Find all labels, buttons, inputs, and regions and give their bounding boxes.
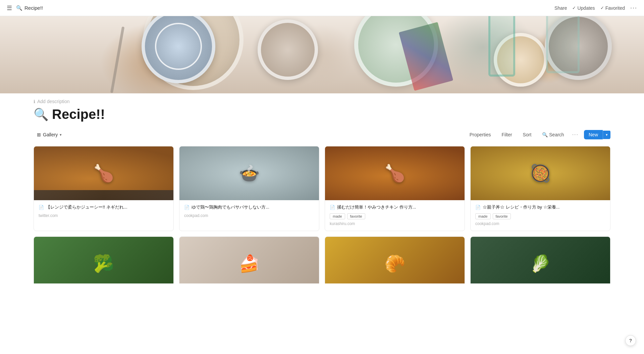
food-emoji-4: 🥘 — [530, 164, 551, 183]
share-label: Share — [554, 5, 567, 11]
search-label: Search — [549, 132, 564, 137]
gallery-card[interactable]: 🍗 📄 【レンジで柔らかジューシー!! ネギだれ... twitter.com — [34, 146, 174, 231]
favorited-check-icon: ✓ — [600, 5, 604, 10]
gallery-card[interactable]: 🍗 📄 揉むだけ簡単！やみつきチキン 作り方... made favorite … — [325, 146, 465, 231]
card-tags-4: made favorite — [475, 213, 605, 219]
hero-banner — [0, 16, 644, 93]
hero-banner-inner — [0, 16, 644, 93]
description-area[interactable]: ℹ Add description — [0, 93, 644, 104]
page-title-area: 🔍 Recipe!! — [0, 104, 644, 130]
card-title-2: 📄 ゆで鶏〜鶏胸肉でもバサバサしない方... — [184, 204, 314, 211]
card-title-1: 📄 【レンジで柔らかジューシー!! ネギだれ... — [39, 204, 169, 211]
add-description-label: Add description — [37, 99, 70, 104]
updates-check-icon: ✓ — [572, 5, 576, 10]
nav-title-area: 🔍 Recipe!! — [16, 5, 43, 11]
page-title: Recipe!! — [52, 107, 105, 122]
nav-title: Recipe!! — [24, 5, 43, 11]
card-title-text-2: ゆで鶏〜鶏胸肉でもバサバサしない方... — [192, 204, 269, 210]
card-title-text-3: 揉むだけ簡単！やみつきチキン 作り方... — [337, 204, 416, 210]
partial-gallery-card[interactable]: 🍰 — [179, 236, 319, 283]
gallery-card[interactable]: 🍲 📄 ゆで鶏〜鶏胸肉でもバサバサしない方... cookpad.com — [179, 146, 319, 231]
card-title-3: 📄 揉むだけ簡単！やみつきチキン 作り方... — [330, 204, 460, 211]
doc-icon-4: 📄 — [475, 205, 481, 211]
page-emoji: 🔍 — [34, 107, 49, 122]
doc-icon-1: 📄 — [39, 205, 44, 211]
filter-button[interactable]: Filter — [499, 131, 515, 139]
toolbar-right: Properties Filter Sort 🔍 Search ··· New … — [467, 130, 610, 139]
card-body-2: 📄 ゆで鶏〜鶏胸肉でもバサバサしない方... cookpad.com — [179, 200, 319, 223]
food-emoji-1: 🍗 — [93, 164, 114, 183]
favorited-label: Favorited — [605, 5, 625, 11]
menu-icon[interactable]: ☰ — [7, 4, 12, 12]
new-button-dropdown[interactable]: ▾ — [603, 131, 610, 139]
doc-icon-3: 📄 — [330, 205, 335, 211]
glass-decoration-1 — [488, 16, 515, 77]
partial-card-image-1: 🥦 — [34, 237, 173, 283]
gallery-label: Gallery — [43, 132, 58, 137]
gallery-card[interactable]: 🥘 📄 ☆親子丼☆ レシピ・作り方 by ☆栄養... made favorit… — [470, 146, 610, 231]
gallery-grid-partial: 🥦 🍰 🥐 🥬 — [0, 236, 644, 283]
toolbar-left: ⊞ Gallery ▾ — [34, 131, 65, 139]
card-tags-3: made favorite — [330, 213, 460, 219]
gallery-view-button[interactable]: ⊞ Gallery ▾ — [34, 131, 65, 139]
partial-gallery-card[interactable]: 🥐 — [325, 236, 465, 283]
tag-made-4: made — [475, 213, 491, 219]
nav-right: Share ✓ Updates ✓ Favorited ··· — [554, 4, 637, 11]
doc-icon-2: 📄 — [184, 205, 190, 211]
card-source-3: kurashiru.com — [330, 221, 460, 226]
properties-button[interactable]: Properties — [467, 131, 494, 139]
plate-inner-2 — [155, 23, 202, 70]
share-button[interactable]: Share — [554, 5, 567, 11]
updates-button[interactable]: ✓ Updates — [572, 5, 595, 11]
new-button-group: New ▾ — [584, 130, 610, 139]
card-image-2: 🍲 — [179, 146, 319, 200]
gallery-icon: ⊞ — [37, 132, 41, 137]
fork-decoration — [110, 27, 124, 93]
card-image-4: 🥘 — [471, 146, 610, 200]
glass-decoration-2 — [546, 16, 580, 73]
tag-favorite-3: favorite — [347, 213, 365, 219]
plate-rim-1 — [34, 190, 173, 200]
card-source-1: twitter.com — [39, 213, 169, 218]
search-icon: 🔍 — [542, 132, 548, 137]
card-title-text-4: ☆親子丼☆ レシピ・作り方 by ☆栄養... — [483, 204, 559, 210]
food-emoji-2: 🍲 — [239, 164, 260, 183]
card-image-3: 🍗 — [325, 146, 465, 200]
gallery-grid: 🍗 📄 【レンジで柔らかジューシー!! ネギだれ... twitter.com … — [0, 146, 644, 231]
tag-made-3: made — [330, 213, 345, 219]
updates-label: Updates — [577, 5, 595, 11]
card-image-1: 🍗 — [34, 146, 173, 200]
new-button-main[interactable]: New — [584, 130, 603, 139]
card-source-4: cookpad.com — [475, 221, 605, 226]
partial-card-image-3: 🥐 — [325, 237, 465, 283]
plate-decoration-3 — [258, 19, 318, 80]
partial-gallery-card[interactable]: 🥦 — [34, 236, 174, 283]
tag-favorite-4: favorite — [493, 213, 511, 219]
top-nav: ☰ 🔍 Recipe!! Share ✓ Updates ✓ Favorited… — [0, 0, 644, 16]
gallery-chevron-icon: ▾ — [60, 133, 62, 137]
food-emoji-3: 🍗 — [384, 164, 405, 183]
card-source-2: cookpad.com — [184, 213, 314, 218]
partial-gallery-card[interactable]: 🥬 — [470, 236, 610, 283]
sort-button[interactable]: Sort — [520, 131, 534, 139]
toolbar-more-button[interactable]: ··· — [572, 132, 579, 138]
nav-left: ☰ 🔍 Recipe!! — [7, 4, 43, 12]
partial-card-image-2: 🍰 — [179, 237, 319, 283]
info-icon: ℹ — [34, 99, 35, 104]
nav-emoji-icon: 🔍 — [16, 5, 22, 11]
card-body-3: 📄 揉むだけ簡単！やみつきチキン 作り方... made favorite ku… — [325, 200, 465, 231]
card-title-text-1: 【レンジで柔らかジューシー!! ネギだれ... — [46, 204, 127, 210]
nav-more-button[interactable]: ··· — [630, 4, 637, 11]
hero-decoration — [0, 16, 644, 93]
partial-card-image-4: 🥬 — [471, 237, 610, 283]
toolbar: ⊞ Gallery ▾ Properties Filter Sort 🔍 Sea… — [0, 130, 644, 139]
card-title-4: 📄 ☆親子丼☆ レシピ・作り方 by ☆栄養... — [475, 204, 605, 211]
search-button[interactable]: 🔍 Search — [539, 131, 567, 139]
card-body-4: 📄 ☆親子丼☆ レシピ・作り方 by ☆栄養... made favorite … — [471, 200, 610, 231]
favorited-button[interactable]: ✓ Favorited — [600, 5, 625, 11]
card-body-1: 📄 【レンジで柔らかジューシー!! ネギだれ... twitter.com — [34, 200, 173, 223]
